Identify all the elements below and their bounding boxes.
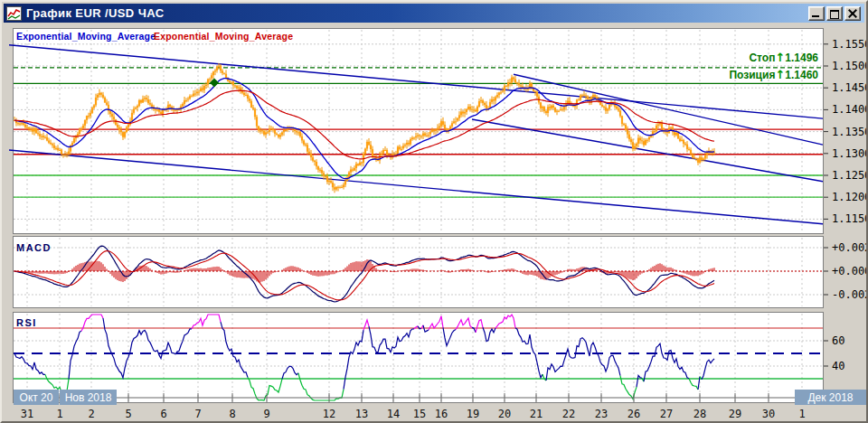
day-label: 6 — [160, 408, 166, 420]
price-tick-label: 1.1350 — [832, 126, 868, 138]
day-label: 22 — [562, 408, 575, 420]
macd-tick-label: +0.002 — [832, 241, 868, 254]
day-label: 5 — [125, 408, 131, 420]
day-label: 30 — [762, 408, 775, 420]
day-label: 7 — [194, 408, 201, 420]
price-tick-label: 1.1150 — [832, 212, 868, 225]
chart-window: 1.15501.15001.14501.14001.13501.13001.12… — [0, 0, 868, 423]
chart-canvas[interactable]: 1.15501.15001.14501.14001.13501.13001.12… — [2, 2, 868, 423]
day-label: 23 — [595, 408, 608, 420]
price-tick-label: 1.1400 — [832, 103, 868, 116]
month-label: Окт 20 — [20, 391, 53, 404]
position-annotation: Позиция↑1.1460 — [729, 68, 818, 81]
month-label: Нов 2018 — [65, 391, 112, 404]
day-label: 20 — [498, 408, 511, 420]
day-label: 8 — [229, 408, 235, 420]
month-label: Дек 2018 — [807, 391, 853, 404]
close-button[interactable] — [844, 6, 861, 21]
main-chart-panel[interactable] — [14, 29, 824, 234]
title-bar[interactable]: График EUR /USD ЧАС — [4, 4, 864, 23]
macd-tick-label: -0.002 — [832, 288, 868, 301]
price-tick-label: 1.1200 — [832, 191, 868, 203]
stop-annotation: Стоп↑1.1496 — [749, 51, 818, 64]
maximize-icon — [830, 10, 839, 19]
day-label: 9 — [263, 408, 269, 420]
day-label: 12 — [323, 408, 335, 420]
day-label: 1 — [798, 408, 805, 420]
rsi-label: RSI — [16, 317, 37, 328]
macd-label: MACD — [16, 242, 52, 253]
rsi-tick-label: 60 — [832, 334, 844, 347]
close-icon — [848, 9, 857, 18]
day-label: 29 — [729, 408, 741, 420]
price-tick-label: 1.1550 — [832, 38, 868, 51]
day-label: 2 — [88, 408, 94, 420]
day-label: 13 — [355, 408, 368, 420]
day-label: 28 — [693, 408, 706, 420]
chart-icon — [6, 6, 22, 21]
ema-fast-label: Exponential_Moving_Average — [16, 31, 156, 42]
price-tick-label: 1.1300 — [832, 147, 868, 160]
day-label: 21 — [530, 408, 542, 420]
day-label: 16 — [435, 408, 448, 420]
day-label: 26 — [627, 408, 640, 420]
price-tick-label: 1.1250 — [832, 169, 868, 182]
day-label: 14 — [387, 408, 400, 420]
maximize-button[interactable] — [826, 6, 843, 21]
price-tick-label: 1.1450 — [832, 81, 868, 94]
minimize-icon — [812, 15, 819, 17]
window-controls — [808, 6, 862, 21]
price-tick-label: 1.1500 — [832, 60, 868, 72]
macd-tick-label: +0.000 — [832, 265, 868, 277]
day-label: 1 — [56, 408, 62, 420]
day-label: 19 — [467, 408, 479, 420]
window-title: График EUR /USD ЧАС — [26, 6, 164, 20]
day-label: 27 — [660, 408, 673, 420]
day-label: 31 — [21, 408, 33, 420]
ema-slow-label: Exponential_Moving_Average — [154, 31, 293, 42]
minimize-button[interactable] — [808, 6, 825, 21]
rsi-tick-label: 40 — [832, 360, 844, 372]
day-label: 15 — [413, 408, 426, 420]
